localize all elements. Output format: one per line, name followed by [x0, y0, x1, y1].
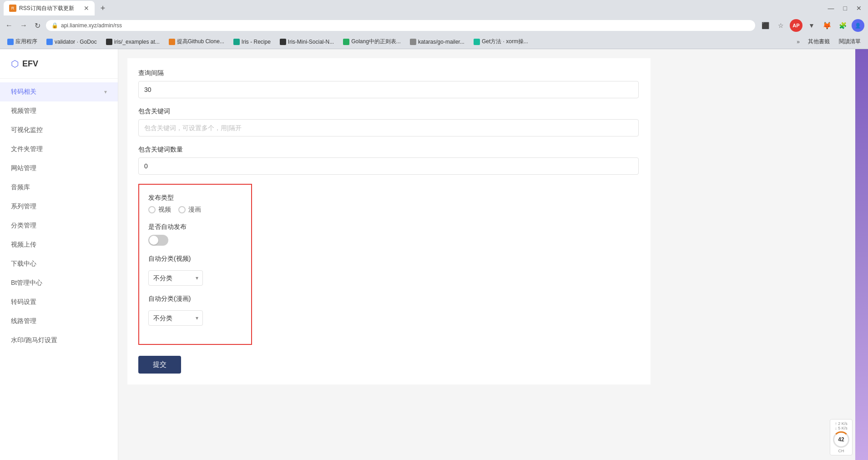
bookmark-favicon [280, 39, 286, 45]
sidebar-item-label: 系列管理 [11, 202, 36, 211]
radio-video-label[interactable]: 视频 [148, 206, 171, 214]
tab-title: RSS订阅自动下载更新 [19, 5, 74, 12]
auto-publish-label: 是否自动发布 [148, 223, 242, 231]
bookmark-other[interactable]: 其他書籤 [804, 36, 833, 47]
sidebar-item-visual-monitor[interactable]: 可视化监控 [0, 121, 118, 140]
new-tab-button[interactable]: + [96, 2, 109, 15]
browser-extension-fox-icon[interactable]: 🦊 [821, 19, 833, 32]
sidebar-item-label: 分类管理 [11, 222, 36, 230]
bookmark-label: validator · GoDoc [55, 39, 97, 45]
bookmark-favicon [410, 39, 416, 45]
sidebar-item-label: 文件夹管理 [11, 145, 43, 153]
sidebar-item-label: 网站管理 [11, 164, 36, 172]
browser-titlebar: R RSS订阅自动下载更新 ✕ + — □ ✕ [0, 0, 868, 16]
bookmark-golang-regex[interactable]: Golang中的正则表... [339, 36, 404, 47]
interval-field: 查询间隔 [138, 69, 640, 98]
sidebar-item-download-center[interactable]: 下载中心 [0, 254, 118, 273]
keywords-count-input[interactable] [138, 157, 639, 175]
bookmark-apps[interactable]: 应用程序 [4, 36, 41, 47]
bookmark-reading-list[interactable]: 閱讀清單 [835, 36, 864, 47]
sidebar-item-route-manage[interactable]: 线路管理 [0, 312, 118, 331]
radio-manga-label[interactable]: 漫画 [178, 206, 201, 214]
bookmark-go-mailer[interactable]: kataras/go-mailer... [406, 37, 468, 46]
sidebar-item-site-manage[interactable]: 网站管理 [0, 159, 118, 178]
radio-manga-text: 漫画 [188, 206, 201, 214]
bookmark-label: iris/_examples at... [114, 39, 160, 45]
bookmark-github-clone[interactable]: 提高Github Clone... [165, 36, 228, 47]
sidebar-item-transcode[interactable]: 转码相关 ▾ [0, 82, 118, 101]
app-wrapper: ⬡ EFV 转码相关 ▾ 视频管理 可视化监控 文件夹管理 网站管理 音频库 [0, 49, 868, 460]
interval-label: 查询间隔 [138, 69, 640, 77]
puzzle-piece-icon[interactable]: 🧩 [836, 19, 849, 32]
bookmark-label: Iris - Recipe [242, 39, 271, 45]
chevron-down-icon: ▾ [104, 89, 107, 95]
bookmark-iris-recipe[interactable]: Iris - Recipe [230, 37, 274, 46]
keywords-field: 包含关键词 [138, 107, 640, 136]
keywords-count-label: 包含关键词数量 [138, 146, 640, 154]
bookmark-iris-mini-social[interactable]: Iris-Mini-Social-N... [276, 37, 338, 46]
extension-dropdown-icon[interactable]: ▼ [805, 19, 818, 32]
bookmark-favicon [169, 39, 175, 45]
bookmarks-bar: 应用程序 validator · GoDoc iris/_examples at… [0, 35, 868, 49]
profile-icon[interactable]: 👤 [852, 19, 864, 32]
bookmark-validator[interactable]: validator · GoDoc [43, 37, 101, 46]
sidebar-item-transcode-settings[interactable]: 转码设置 [0, 293, 118, 312]
keywords-count-field: 包含关键词数量 [138, 146, 640, 175]
bookmark-iris-examples[interactable]: iris/_examples at... [102, 37, 163, 46]
extensions-icon[interactable]: ⬛ [759, 19, 772, 32]
maximize-button[interactable]: □ [841, 3, 850, 14]
auto-classify-manga-field: 自动分类(漫画) 不分类 [148, 295, 242, 326]
sidebar-item-folder-manage[interactable]: 文件夹管理 [0, 140, 118, 159]
bookmark-label: 应用程序 [15, 38, 37, 45]
bookmark-favicon [474, 39, 480, 45]
auto-publish-toggle[interactable] [148, 235, 168, 246]
interval-input[interactable] [138, 81, 639, 98]
speed-unit: CH [838, 449, 844, 453]
minimize-button[interactable]: — [825, 3, 837, 14]
browser-tab-active[interactable]: R RSS订阅自动下载更新 ✕ [4, 1, 95, 15]
more-bookmarks-button[interactable]: » [794, 37, 802, 46]
auto-classify-video-label: 自动分类(视频) [148, 255, 242, 263]
logo-text: EFV [22, 59, 38, 69]
speed-indicator: ↑ 2 K/s ↓ 5 K/s 42 CH [830, 419, 853, 455]
submit-button[interactable]: 提交 [138, 356, 181, 374]
sidebar-item-series-manage[interactable]: 系列管理 [0, 197, 118, 216]
bookmark-favicon [106, 39, 112, 45]
right-panel [855, 49, 868, 460]
forward-button[interactable]: → [18, 20, 29, 31]
radio-video-circle [148, 206, 156, 213]
address-bar[interactable]: 🔒 api.lianime.xyz/admin/rss [46, 20, 755, 31]
user-avatar[interactable]: AP [790, 19, 802, 32]
back-button[interactable]: ← [4, 20, 15, 31]
bookmark-label: Iris-Mini-Social-N... [288, 39, 334, 45]
sidebar-item-video-manage[interactable]: 视频管理 [0, 101, 118, 121]
radio-video-text: 视频 [158, 206, 171, 214]
form-section: 查询间隔 包含关键词 包含关键词数量 发布类型 [127, 58, 651, 384]
video-category-select[interactable]: 不分类 [148, 270, 203, 286]
sidebar-item-watermark[interactable]: 水印/跑马灯设置 [0, 331, 118, 350]
manga-category-select[interactable]: 不分类 [148, 310, 203, 326]
close-window-button[interactable]: ✕ [853, 3, 864, 14]
logo-icon: ⬡ [11, 58, 19, 69]
auto-publish-field: 是否自动发布 [148, 223, 242, 246]
auto-classify-manga-label: 自动分类(漫画) [148, 295, 242, 303]
tab-close-button[interactable]: ✕ [84, 5, 89, 12]
sidebar-item-bt-manage[interactable]: Bt管理中心 [0, 273, 118, 293]
refresh-button[interactable]: ↻ [33, 20, 42, 32]
bookmark-star-icon[interactable]: ☆ [774, 19, 787, 32]
bookmark-label: kataras/go-mailer... [418, 39, 464, 45]
main-content: 查询间隔 包含关键词 包含关键词数量 发布类型 [118, 49, 855, 460]
bookmark-label: 其他書籤 [808, 38, 830, 45]
sidebar-item-video-upload[interactable]: 视频上传 [0, 235, 118, 254]
toggle-wrapper [148, 235, 242, 246]
bookmark-label: 提高Github Clone... [177, 38, 224, 45]
sidebar-item-audio-library[interactable]: 音频库 [0, 178, 118, 197]
sidebar-item-category-manage[interactable]: 分类管理 [0, 216, 118, 235]
publish-type-label: 发布类型 [148, 194, 242, 202]
bookmark-xorm[interactable]: Get方法 · xorm操... [470, 36, 532, 47]
video-select-wrapper: 不分类 [148, 270, 203, 286]
toolbar-actions: ⬛ ☆ AP ▼ 🦊 🧩 👤 [759, 19, 864, 32]
radio-group: 视频 漫画 [148, 206, 242, 214]
sidebar-item-label: 音频库 [11, 183, 30, 192]
keywords-input[interactable] [138, 119, 639, 136]
